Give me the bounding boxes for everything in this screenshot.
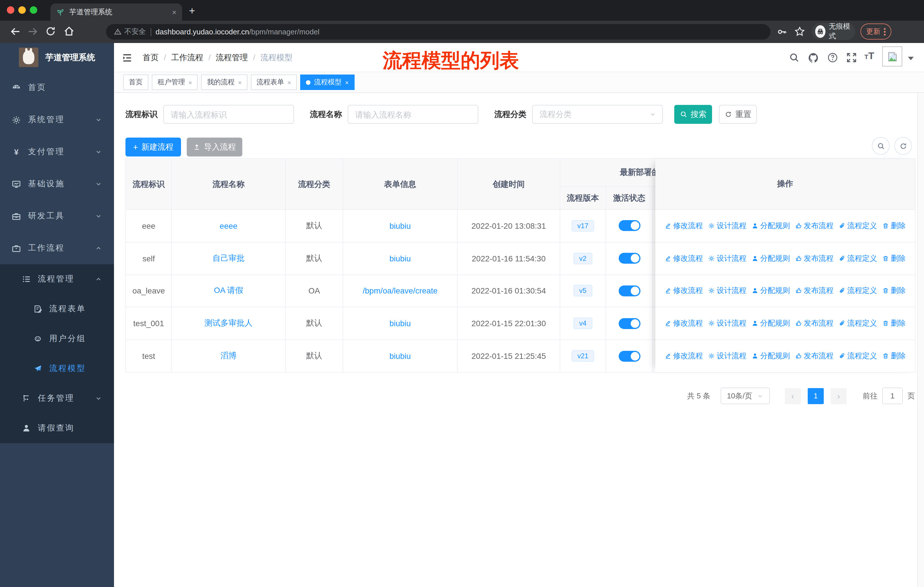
window-maximize-button[interactable] — [30, 6, 37, 14]
reset-button[interactable]: 重置 — [719, 105, 757, 124]
sidebar-item-home[interactable]: 首页 — [0, 72, 114, 104]
action-design[interactable]: 设计流程 — [708, 318, 746, 329]
reload-icon[interactable] — [45, 25, 57, 37]
process-name-link[interactable]: 自己审批 — [213, 253, 244, 263]
avatar-caret-icon[interactable] — [908, 57, 914, 60]
action-publish[interactable]: 发布流程 — [795, 221, 833, 231]
user-avatar[interactable] — [882, 46, 902, 66]
tag-my-process[interactable]: 我的流程× — [201, 74, 248, 90]
action-publish[interactable]: 发布流程 — [795, 351, 833, 361]
action-design[interactable]: 设计流程 — [708, 286, 746, 296]
form-link[interactable]: biubiu — [389, 221, 411, 230]
search-button[interactable]: 搜索 — [674, 105, 712, 124]
process-name-link[interactable]: eeee — [220, 221, 238, 230]
sidebar-item-process-form[interactable]: 流程表单 — [0, 294, 114, 324]
form-link[interactable]: biubiu — [389, 351, 411, 360]
process-name-link[interactable]: 测试多审批人 — [205, 318, 252, 329]
bookmark-star-icon[interactable] — [794, 26, 805, 37]
tag-close-icon[interactable]: × — [238, 79, 242, 86]
tag-home[interactable]: 首页 — [123, 74, 148, 90]
action-delete[interactable]: 删除 — [882, 351, 906, 361]
action-definition[interactable]: 流程定义 — [839, 253, 877, 263]
security-warning[interactable]: 不安全 — [114, 27, 146, 37]
action-definition[interactable]: 流程定义 — [839, 351, 877, 361]
action-assign-rule[interactable]: 分配规则 — [752, 351, 790, 361]
action-modify[interactable]: 修改流程 — [665, 253, 703, 263]
tag-process-model[interactable]: 流程模型× — [300, 74, 355, 90]
breadcrumb-process-mgmt[interactable]: 流程管理 — [216, 53, 248, 63]
form-link[interactable]: biubiu — [389, 319, 411, 328]
action-modify[interactable]: 修改流程 — [665, 221, 703, 231]
sidebar-item-workflow[interactable]: 工作流程 — [0, 232, 114, 264]
action-design[interactable]: 设计流程 — [708, 221, 746, 231]
forward-icon[interactable] — [26, 25, 39, 38]
process-name-link[interactable]: 滔博 — [221, 351, 237, 361]
action-assign-rule[interactable]: 分配规则 — [752, 221, 790, 231]
form-link[interactable]: /bpm/oa/leave/create — [363, 286, 438, 296]
window-close-button[interactable] — [7, 6, 14, 14]
tag-close-icon[interactable]: × — [287, 79, 291, 86]
new-tab-button[interactable]: + — [189, 6, 195, 16]
active-toggle[interactable] — [619, 220, 640, 231]
sidebar-item-task-mgmt[interactable]: 任务管理 — [0, 384, 114, 413]
page-size-select[interactable]: 10条/页 — [721, 387, 770, 404]
browser-menu-icon[interactable] — [884, 28, 886, 35]
prev-page-button[interactable]: ‹ — [785, 388, 801, 404]
action-assign-rule[interactable]: 分配规则 — [752, 318, 790, 329]
window-minimize-button[interactable] — [18, 6, 26, 14]
tag-process-form[interactable]: 流程表单× — [251, 74, 297, 90]
font-size-icon[interactable]: TT — [865, 50, 874, 62]
action-definition[interactable]: 流程定义 — [839, 318, 877, 329]
goto-page-input[interactable] — [882, 387, 903, 404]
process-name-link[interactable]: OA 请假 — [214, 286, 243, 296]
active-toggle[interactable] — [619, 253, 640, 264]
github-icon[interactable] — [808, 52, 819, 64]
category-select[interactable]: 流程分类 — [532, 105, 663, 124]
create-process-button[interactable]: + 新建流程 — [125, 137, 181, 157]
active-toggle[interactable] — [619, 286, 640, 296]
action-modify[interactable]: 修改流程 — [665, 351, 703, 361]
import-process-button[interactable]: 导入流程 — [187, 137, 242, 157]
current-page[interactable]: 1 — [808, 388, 824, 404]
sidebar-item-user-group[interactable]: 用户分组 — [0, 324, 114, 354]
menu-fold-icon[interactable] — [122, 53, 132, 63]
process-name-input[interactable] — [348, 105, 478, 124]
home-icon[interactable] — [63, 25, 75, 37]
action-publish[interactable]: 发布流程 — [795, 286, 833, 296]
search-icon[interactable] — [789, 52, 800, 63]
action-publish[interactable]: 发布流程 — [795, 318, 833, 329]
action-assign-rule[interactable]: 分配规则 — [752, 253, 790, 263]
action-delete[interactable]: 删除 — [882, 318, 906, 329]
next-page-button[interactable]: › — [831, 388, 846, 404]
active-toggle[interactable] — [619, 351, 640, 361]
sidebar-item-process-mgmt[interactable]: 流程管理 — [0, 264, 114, 294]
breadcrumb-workflow[interactable]: 工作流程 — [171, 53, 203, 63]
action-design[interactable]: 设计流程 — [708, 351, 746, 361]
sidebar-item-process-model[interactable]: 流程模型 — [0, 354, 114, 384]
sidebar-item-devtools[interactable]: 研发工具 — [0, 200, 114, 232]
sidebar-item-system[interactable]: 系统管理 — [0, 104, 114, 136]
breadcrumb-home[interactable]: 首页 — [143, 53, 159, 63]
fullscreen-icon[interactable] — [846, 52, 857, 63]
tag-close-icon[interactable]: × — [188, 79, 192, 86]
sidebar-item-payment[interactable]: ¥ 支付管理 — [0, 136, 114, 168]
active-toggle[interactable] — [619, 318, 640, 329]
tag-tenant[interactable]: 租户管理× — [152, 74, 198, 90]
sidebar-item-leave-query[interactable]: 请假查询 — [0, 413, 114, 443]
action-modify[interactable]: 修改流程 — [665, 318, 703, 329]
action-definition[interactable]: 流程定义 — [839, 221, 877, 231]
action-definition[interactable]: 流程定义 — [839, 286, 877, 296]
url-bar[interactable]: 不安全 dashboard.yudao.iocoder.cn/bpm/manag… — [106, 24, 771, 40]
action-assign-rule[interactable]: 分配规则 — [752, 286, 790, 296]
process-id-input[interactable] — [163, 105, 294, 124]
password-key-icon[interactable] — [777, 26, 788, 37]
sidebar-logo[interactable]: 芋道管理系统 — [0, 43, 114, 72]
action-publish[interactable]: 发布流程 — [795, 253, 833, 263]
help-icon[interactable] — [827, 52, 838, 63]
show-search-button[interactable] — [872, 137, 889, 155]
action-delete[interactable]: 删除 — [882, 253, 906, 263]
form-link[interactable]: biubiu — [389, 254, 411, 263]
action-modify[interactable]: 修改流程 — [665, 286, 703, 296]
tab-close-icon[interactable]: × — [172, 8, 177, 17]
back-icon[interactable] — [9, 25, 22, 38]
